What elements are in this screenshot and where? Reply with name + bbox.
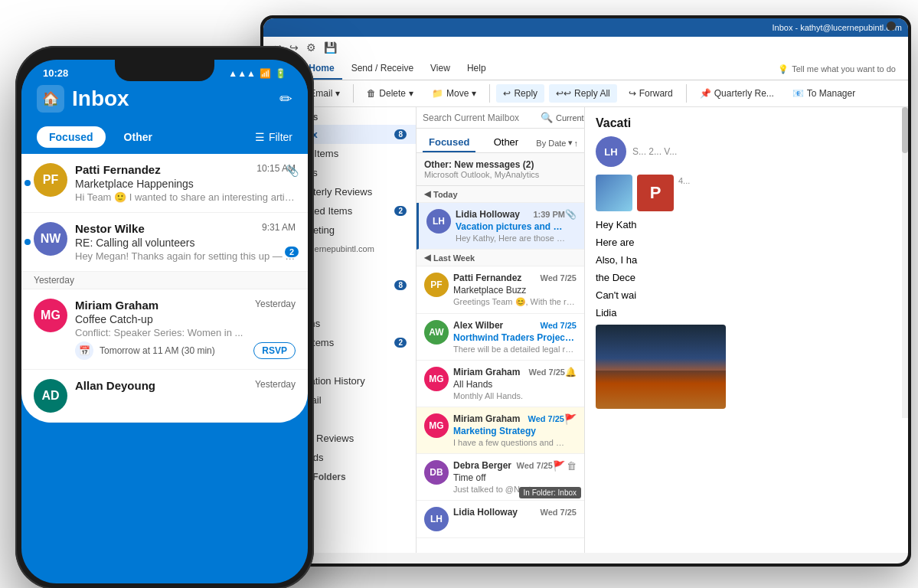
reading-para-3: Also, I ha	[596, 254, 891, 266]
phone-time: 10:28	[43, 67, 68, 79]
phone-email-item[interactable]: PF Patti Fernandez 10:15 AM Marketplace …	[21, 154, 308, 213]
new-messages-sub: Microsoft Outlook, MyAnalytics	[424, 170, 577, 179]
email-list-item[interactable]: LH Lidia Holloway 1:39 PM Vacation pictu…	[417, 203, 584, 250]
move-button[interactable]: 📁 Move ▾	[425, 84, 483, 103]
phone: 10:28 ▲▲▲ 📶 🔋 🏠 Inbox ✏ Focused	[15, 46, 314, 588]
scrollbar-track[interactable]	[902, 107, 908, 418]
tab-view[interactable]: View	[423, 58, 458, 80]
email-row1: Miriam Graham Yesterday	[75, 299, 296, 312]
filter-label: Filter	[269, 131, 292, 143]
reading-pane-title: Vacati	[596, 116, 891, 130]
to-manager-label: To Manager	[807, 88, 855, 99]
phone-header: 🏠 Inbox ✏	[21, 79, 308, 120]
tab-help[interactable]: Help	[459, 58, 494, 80]
folder-inbox-badge: 8	[394, 280, 407, 290]
move-label: Move	[446, 88, 469, 99]
email-inner: AW Alex Wilber Wed 7/25 Northwind Trader…	[424, 320, 577, 354]
email-date: Wed 7/25	[517, 461, 554, 470]
email-list-item[interactable]: DB Debra Berger Wed 7/25 Time off Just t…	[417, 454, 584, 501]
deleted-badge: 2	[394, 206, 407, 216]
delete-button[interactable]: 🗑 Delete ▾	[360, 84, 420, 103]
email-badge: 2	[285, 247, 299, 257]
new-messages-banner[interactable]: Other: New messages (2) Microsoft Outloo…	[417, 153, 584, 186]
email-list-item[interactable]: MG Miriam Graham Wed 7/25 All Hands Mont…	[417, 361, 584, 407]
email-subject: RE: Calling all volunteers	[75, 237, 296, 249]
delete-label: Delete	[379, 88, 406, 99]
reading-pane-top: Vacati LH S... 2... V...	[585, 107, 908, 418]
email-inner: MG Miriam Graham Wed 7/25 All Hands Mont…	[424, 367, 577, 400]
tell-me-text[interactable]: Tell me what you want to do	[792, 64, 896, 74]
phone-email-item[interactable]: MG Miriam Graham Yesterday Coffee Catch-…	[21, 289, 308, 370]
email-preview: Greetings Team 😊, With the recent buzz i…	[453, 297, 577, 307]
phone-title-row: 🏠 Inbox	[37, 85, 129, 113]
email-subject: Marketplace Happenings	[75, 178, 296, 190]
ribbon-sep2	[489, 84, 490, 103]
email-list-item[interactable]: MG Miriam Graham Wed 7/25 Marketing Stra…	[417, 407, 584, 454]
tablet-camera	[887, 21, 896, 31]
current-mailbox-label: Current Mailbox	[556, 113, 585, 122]
to-manager-icon: 📧	[792, 88, 804, 99]
wifi-icon: 📶	[260, 68, 271, 79]
phone-tabs-row: Focused Other ☰ Filter	[21, 120, 308, 154]
email-list-item[interactable]: AW Alex Wilber Wed 7/25 Northwind Trader…	[417, 314, 584, 361]
sort-label: By Date	[536, 139, 566, 148]
search-icon[interactable]: 🔍	[541, 112, 553, 123]
move-icon: 📁	[432, 88, 443, 99]
sender-name: Lidia Holloway	[456, 209, 520, 220]
email-row1: Patti Fernandez 10:15 AM	[75, 163, 296, 176]
avatar: PF	[424, 273, 449, 297]
email-preview: Hey Kathy, Here are those pictures from …	[456, 234, 565, 243]
reading-para-4: the Dece	[596, 272, 891, 283]
forward-button[interactable]: ↪ Forward	[622, 84, 680, 103]
sort-chevron: ▾	[568, 138, 573, 148]
section-today: ◀ Today	[417, 186, 584, 203]
email-time: Yesterday	[255, 379, 296, 392]
email-body: Patti Fernandez Wed 7/25 Marketplace Buz…	[453, 273, 577, 307]
attachment-icon: 📎	[286, 165, 299, 177]
rsvp-button[interactable]: RSVP	[253, 342, 296, 359]
email-subject: Marketplace Buzz	[453, 285, 577, 296]
to-manager-button[interactable]: 📧 To Manager	[786, 84, 862, 103]
search-dropdown[interactable]: Current Mailbox ▾	[556, 113, 585, 122]
email-date: Wed 7/25	[541, 321, 577, 330]
email-inner: MG Miriam Graham Wed 7/25 Marketing Stra…	[424, 413, 577, 447]
tablet-container: Inbox - kathyt@lucernepubintl.com ↩ ↪ ⚙ …	[260, 15, 918, 588]
phone-tabs-left: Focused Other	[37, 126, 165, 148]
quarterly-re-button[interactable]: 📌 Quarterly Re...	[693, 84, 781, 103]
event-row: 📅 Tomorrow at 11 AM (30 min) RSVP	[75, 341, 296, 360]
reading-para-2: Here are	[596, 237, 891, 248]
thumb-label: 4...	[678, 176, 690, 211]
phone-filter-btn[interactable]: ☰ Filter	[255, 131, 292, 143]
email-preview: Monthly All Hands.	[453, 391, 565, 400]
outlook-email-panel: 🔍 Current Mailbox ▾ Focused Other By Dat…	[417, 107, 585, 553]
email-sort-btn[interactable]: By Date ▾ ↑	[536, 138, 578, 148]
email-preview: Hi Team 🙂 I wanted to share an interesti…	[75, 191, 296, 203]
panel-tab-focused[interactable]: Focused	[423, 133, 475, 152]
search-input[interactable]	[423, 113, 537, 123]
scrollbar-thumb[interactable]	[902, 107, 908, 153]
phone-tab-focused[interactable]: Focused	[37, 126, 106, 148]
quarterly-icon: 📌	[700, 88, 711, 99]
email-body: Lidia Holloway Wed 7/25	[453, 507, 577, 519]
tell-me-icon: 💡	[778, 64, 789, 74]
reply-button[interactable]: ↩ Reply	[496, 84, 544, 103]
phone-edit-icon[interactable]: ✏	[279, 90, 292, 108]
email-sender: Allan Deyoung	[75, 379, 155, 392]
email-list-item[interactable]: PF Patti Fernandez Wed 7/25 Marketplace …	[417, 266, 584, 314]
reading-para-6: Lidia	[596, 307, 891, 318]
email-body: Miriam Graham Wed 7/25 Marketing Strateg…	[453, 413, 564, 447]
section-last-week: ◀ Last Week	[417, 250, 584, 266]
phone-tab-other[interactable]: Other	[112, 126, 165, 148]
panel-tab-other[interactable]: Other	[488, 133, 525, 152]
email-sender: Patti Fernandez	[75, 163, 161, 176]
reply-all-button[interactable]: ↩↩ Reply All	[549, 84, 617, 103]
email-list-item[interactable]: LH Lidia Holloway Wed 7/25	[417, 501, 584, 538]
tab-send-receive[interactable]: Send / Receive	[344, 58, 421, 80]
email-preview: Hey Megan! Thanks again for setting this…	[75, 250, 296, 262]
phone-section-label: Yesterday	[21, 272, 308, 289]
avatar: LH	[426, 209, 451, 234]
phone-email-item[interactable]: AD Allan Deyoung Yesterday	[21, 370, 308, 423]
delete-icon[interactable]: 🗑	[567, 460, 577, 472]
reading-sender-row: LH S... 2... V...	[596, 136, 891, 167]
phone-email-item[interactable]: NW Nestor Wilke 9:31 AM RE: Calling all …	[21, 213, 308, 272]
